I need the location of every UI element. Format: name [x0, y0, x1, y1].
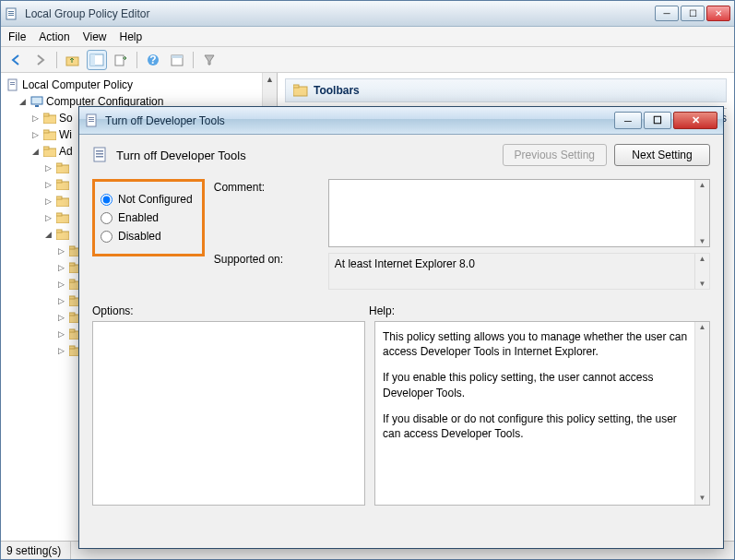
radio-enabled-input[interactable]	[101, 212, 113, 224]
help-button[interactable]: ?	[143, 50, 163, 70]
svg-rect-11	[172, 55, 183, 58]
close-button[interactable]: ✕	[706, 6, 730, 21]
collapse-icon[interactable]: ◢	[19, 93, 28, 110]
expand-icon[interactable]: ▷	[58, 276, 66, 292]
svg-rect-3	[8, 15, 14, 16]
tree-root[interactable]: Local Computer Policy	[6, 77, 277, 93]
supported-scrollbar[interactable]: ▲▼	[694, 254, 709, 289]
menu-help[interactable]: Help	[120, 30, 143, 43]
show-tree-button[interactable]	[87, 50, 107, 70]
help-paragraph: This policy setting allows you to manage…	[383, 329, 691, 359]
expand-icon[interactable]: ▷	[58, 342, 66, 359]
policy-dialog: Turn off Developer Tools ─ ☐ ✕ Turn off …	[78, 106, 724, 549]
tree-item-label: So	[59, 110, 73, 126]
previous-setting-button[interactable]: Previous Setting	[503, 144, 607, 166]
policy-icon	[6, 78, 19, 91]
expand-icon[interactable]: ▷	[45, 209, 53, 226]
menu-action[interactable]: Action	[39, 30, 69, 43]
detail-header-label: Toolbars	[314, 84, 360, 97]
next-setting-button[interactable]: Next Setting	[614, 144, 710, 166]
svg-rect-16	[35, 105, 39, 107]
comment-supported-area: Comment: Supported on: ▲▼ At least Inter…	[214, 179, 710, 290]
menu-view[interactable]: View	[83, 30, 107, 43]
state-radio-group: Not Configured Enabled Disabled	[92, 179, 205, 256]
up-folder-button[interactable]	[63, 50, 83, 70]
comment-scrollbar[interactable]: ▲▼	[694, 180, 709, 246]
comment-label: Comment:	[214, 181, 319, 194]
properties-icon	[170, 54, 184, 66]
properties-button[interactable]	[167, 50, 187, 70]
dialog-close-button[interactable]: ✕	[673, 112, 717, 129]
svg-rect-59	[96, 156, 103, 158]
radio-enabled-label: Enabled	[118, 211, 159, 224]
scroll-up-icon: ▲	[698, 322, 707, 334]
expand-icon[interactable]: ▷	[58, 259, 66, 276]
svg-rect-20	[43, 130, 49, 133]
toolbar-separator	[136, 52, 137, 68]
collapse-icon[interactable]: ◢	[32, 143, 41, 160]
scroll-down-icon: ▼	[698, 493, 707, 505]
arrow-right-icon	[34, 54, 47, 66]
main-titlebar: Local Group Policy Editor ─ ☐ ✕	[1, 1, 734, 27]
export-button[interactable]	[111, 50, 131, 70]
folder-icon	[293, 84, 308, 97]
radio-disabled-input[interactable]	[101, 231, 113, 243]
scroll-up-icon: ▲	[698, 180, 707, 190]
menu-file[interactable]: File	[8, 30, 26, 43]
expand-icon[interactable]: ▷	[58, 292, 66, 309]
expand-icon[interactable]: ▷	[32, 126, 41, 143]
gpedit-icon	[5, 6, 19, 21]
expand-icon[interactable]: ▷	[58, 309, 66, 326]
supported-on-field: At least Internet Explorer 8.0 ▲▼	[328, 253, 710, 290]
expand-icon[interactable]: ▷	[58, 326, 66, 342]
close-icon: ✕	[692, 114, 700, 126]
svg-rect-13	[10, 82, 15, 83]
folder-icon	[56, 229, 69, 240]
expand-icon[interactable]: ▷	[45, 176, 53, 193]
radio-not-configured-input[interactable]	[101, 194, 113, 206]
svg-rect-53	[89, 117, 94, 118]
svg-rect-18	[43, 113, 49, 116]
svg-text:?: ?	[149, 54, 156, 66]
svg-rect-38	[69, 280, 75, 282]
radio-enabled[interactable]: Enabled	[101, 211, 193, 224]
collapse-icon[interactable]: ◢	[45, 226, 53, 243]
dialog-policy-title: Turn off Developer Tools	[116, 149, 246, 162]
help-pane: This policy setting allows you to manage…	[374, 321, 710, 506]
filter-button[interactable]	[199, 50, 219, 70]
toolbar: ?	[1, 47, 734, 73]
minimize-button[interactable]: ─	[655, 6, 679, 21]
help-scrollbar[interactable]: ▲▼	[694, 322, 709, 505]
comment-textarea[interactable]: ▲▼	[328, 179, 710, 247]
supported-on-value: At least Internet Explorer 8.0	[335, 257, 475, 270]
svg-rect-42	[69, 313, 75, 316]
expand-icon[interactable]: ▷	[32, 110, 41, 126]
back-button[interactable]	[6, 50, 27, 70]
expand-icon[interactable]: ▷	[45, 160, 53, 176]
svg-rect-24	[56, 163, 62, 166]
expand-icon[interactable]: ▷	[45, 193, 53, 209]
dialog-minimize-button[interactable]: ─	[614, 112, 642, 129]
help-label: Help:	[369, 304, 395, 317]
dialog-nav-buttons: Previous Setting Next Setting	[503, 144, 710, 166]
main-window-controls: ─ ☐ ✕	[653, 6, 730, 21]
svg-rect-30	[56, 213, 62, 216]
maximize-button[interactable]: ☐	[681, 6, 705, 21]
svg-rect-57	[96, 150, 103, 152]
expand-icon[interactable]: ▷	[58, 243, 66, 259]
toolbar-separator	[193, 52, 194, 68]
computer-icon	[30, 95, 43, 108]
maximize-icon: ☐	[689, 9, 697, 18]
forward-button[interactable]	[30, 50, 51, 70]
dialog-window-controls: ─ ☐ ✕	[612, 112, 717, 129]
svg-rect-7	[115, 55, 124, 66]
svg-rect-2	[8, 13, 14, 14]
maximize-icon: ☐	[653, 114, 662, 126]
radio-disabled[interactable]: Disabled	[101, 230, 193, 243]
dialog-maximize-button[interactable]: ☐	[644, 112, 671, 129]
tree-view-icon	[89, 54, 104, 66]
tree-item-label: Ad	[59, 143, 73, 160]
svg-rect-32	[56, 230, 62, 232]
folder-icon	[43, 113, 56, 124]
radio-not-configured[interactable]: Not Configured	[101, 193, 193, 206]
